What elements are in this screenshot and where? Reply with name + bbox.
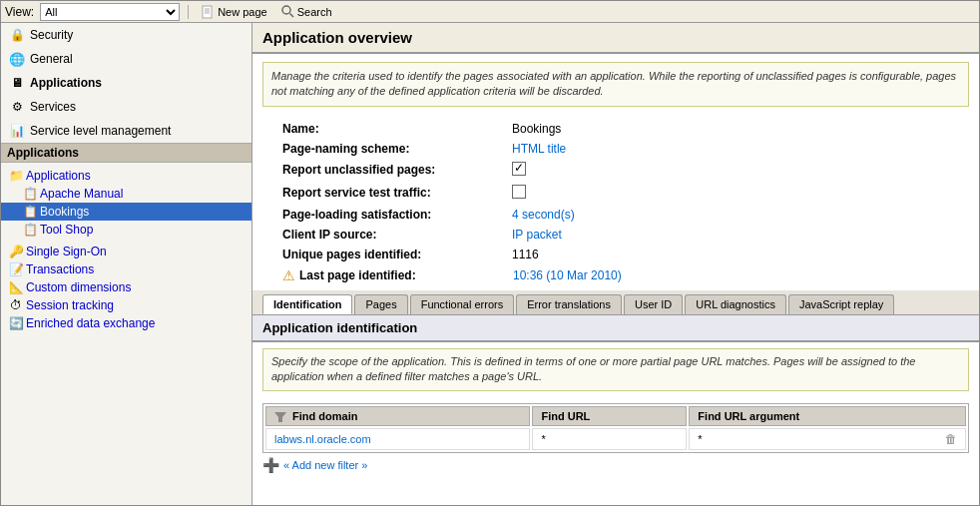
tree-link-session-tracking[interactable]: Session tracking <box>26 298 114 312</box>
app-window: View: All New page Search <box>0 0 980 506</box>
tree-link-sso[interactable]: Single Sign-On <box>26 245 107 258</box>
search-button[interactable]: Search <box>277 4 336 19</box>
report-unclassified-value <box>512 162 526 179</box>
view-select[interactable]: All <box>40 3 180 21</box>
tree-item-custom-dimensions[interactable]: 📐 Custom dimensions <box>1 278 251 296</box>
tree-section: 📁 Applications 📋 Apache Manual 📋 Booking… <box>1 163 251 243</box>
tree-link-apache-manual[interactable]: Apache Manual <box>40 187 123 201</box>
sidebar-item-applications[interactable]: 🖥 Applications <box>1 71 251 95</box>
page-naming-link[interactable]: HTML title <box>512 142 566 156</box>
col-find-domain: Find domain <box>265 406 530 426</box>
svg-marker-6 <box>274 412 286 422</box>
cell-url: * <box>532 428 687 450</box>
tree-item-tool-shop[interactable]: 📋 Tool Shop <box>1 221 251 239</box>
domain-link[interactable]: labws.nl.oracle.com <box>274 433 371 445</box>
col-find-url-arg: Find URL argument <box>689 406 966 426</box>
tree-item-enriched-data[interactable]: 🔄 Enriched data exchange <box>1 314 251 332</box>
general-icon: 🌐 <box>9 51 25 67</box>
col-find-url: Find URL <box>532 406 687 426</box>
tree-doc-icon-toolshop: 📋 <box>23 223 37 237</box>
tree-doc-icon-apache: 📋 <box>23 187 37 201</box>
form-row-last-page: ⚠ Last page identified: 10:36 (10 Mar 20… <box>282 264 969 286</box>
new-page-icon <box>201 5 215 19</box>
filter-table: Find domain Find URL Find URL argument <box>262 403 969 453</box>
tree-item-bookings[interactable]: 📋 Bookings <box>1 203 251 221</box>
tab-info-box: Specify the scope of the application. Th… <box>262 348 969 391</box>
warning-icon: ⚠ <box>282 267 295 283</box>
tree-folder-icon: 📁 <box>9 169 23 183</box>
tab-user-id[interactable]: User ID <box>624 294 683 314</box>
client-ip-value[interactable]: IP packet <box>512 228 562 242</box>
tree-link-custom-dimensions[interactable]: Custom dimensions <box>26 280 131 294</box>
new-page-button[interactable]: New page <box>197 4 271 20</box>
applications-icon: 🖥 <box>9 75 25 91</box>
tree-link-tool-shop[interactable]: Tool Shop <box>40 223 93 237</box>
delete-row-button[interactable]: 🗑 <box>945 432 957 446</box>
tabs-bar: Identification Pages Functional errors E… <box>252 290 979 315</box>
tab-error-translations[interactable]: Error translations <box>516 294 622 314</box>
tree-section-label: Applications <box>1 143 251 163</box>
security-icon: 🔒 <box>9 27 25 43</box>
page-loading-value[interactable]: 4 second(s) <box>512 208 575 222</box>
slm-icon: 📊 <box>9 123 25 139</box>
cell-domain: labws.nl.oracle.com <box>265 428 530 450</box>
tree-doc-icon-bookings: 📋 <box>23 205 37 219</box>
transactions-icon: 📝 <box>9 262 23 276</box>
tree-item-transactions[interactable]: 📝 Transactions <box>1 260 251 278</box>
tree-link-enriched-data[interactable]: Enriched data exchange <box>26 316 155 330</box>
add-filter-icon: ➕ <box>262 457 279 473</box>
report-unclassified-checkbox[interactable] <box>512 162 526 176</box>
tree-item-applications-root[interactable]: 📁 Applications <box>1 167 251 185</box>
add-filter-label[interactable]: « Add new filter » <box>283 459 367 471</box>
page-title: Application overview <box>262 29 969 46</box>
report-service-label: Report service test traffic: <box>282 186 512 200</box>
tree-label-bookings: Bookings <box>40 205 89 219</box>
toolbar: View: All New page Search <box>1 1 979 23</box>
tree-item-single-sign-on[interactable]: 🔑 Single Sign-On <box>1 243 251 260</box>
search-icon <box>281 5 294 18</box>
report-unclassified-label: Report unclassified pages: <box>282 163 512 177</box>
form-row-name: Name: Bookings <box>282 119 969 139</box>
filter-icon <box>274 412 286 422</box>
content-header: Application overview <box>252 23 979 54</box>
tab-javascript-replay[interactable]: JavaScript replay <box>788 294 894 314</box>
custom-dim-icon: 📐 <box>9 280 23 294</box>
sidebar-item-services[interactable]: ⚙ Services <box>1 95 251 119</box>
sidebar-item-slm[interactable]: 📊 Service level management <box>1 119 251 143</box>
tab-pages[interactable]: Pages <box>354 294 407 314</box>
view-label: View: <box>5 5 34 19</box>
sidebar-label-services: Services <box>30 100 76 114</box>
toolbar-separator <box>188 5 189 19</box>
report-service-checkbox[interactable] <box>512 185 526 199</box>
tree-item-apache-manual[interactable]: 📋 Apache Manual <box>1 185 251 203</box>
svg-line-5 <box>289 14 293 18</box>
client-ip-label: Client IP source: <box>282 228 512 242</box>
tree-link-applications-root[interactable]: Applications <box>26 169 91 183</box>
sidebar-label-security: Security <box>30 28 73 42</box>
sidebar-label-slm: Service level management <box>30 124 171 138</box>
sidebar-item-general[interactable]: 🌐 General <box>1 47 251 71</box>
svg-point-4 <box>282 6 290 14</box>
page-loading-label: Page-loading satisfaction: <box>282 208 512 222</box>
content-area: Application overview Manage the criteria… <box>252 23 979 505</box>
form-row-report-service: Report service test traffic: <box>282 182 969 205</box>
enriched-icon: 🔄 <box>9 316 23 330</box>
tab-functional-errors[interactable]: Functional errors <box>410 294 515 314</box>
sidebar-label-general: General <box>30 52 73 66</box>
overview-info-box: Manage the criteria used to identify the… <box>262 62 969 107</box>
add-filter-row[interactable]: ➕ « Add new filter » <box>252 453 979 477</box>
tab-content-panel: Application identification Specify the s… <box>252 315 979 505</box>
unique-pages-value: 1116 <box>512 248 539 261</box>
svg-rect-0 <box>203 6 212 18</box>
form-area: Name: Bookings Page-naming scheme: HTML … <box>252 115 979 290</box>
form-row-report-unclassified: Report unclassified pages: <box>282 159 969 182</box>
sidebar-item-security[interactable]: 🔒 Security <box>1 23 251 47</box>
last-page-value: 10:36 (10 Mar 2010) <box>513 268 622 282</box>
tab-identification[interactable]: Identification <box>262 294 352 314</box>
tree-item-session-tracking[interactable]: ⏱ Session tracking <box>1 296 251 314</box>
tree-link-transactions[interactable]: Transactions <box>26 262 94 276</box>
tab-content-header: Application identification <box>252 315 979 342</box>
services-icon: ⚙ <box>9 99 25 115</box>
unique-pages-label: Unique pages identified: <box>282 248 512 261</box>
tab-url-diagnostics[interactable]: URL diagnostics <box>685 294 786 314</box>
